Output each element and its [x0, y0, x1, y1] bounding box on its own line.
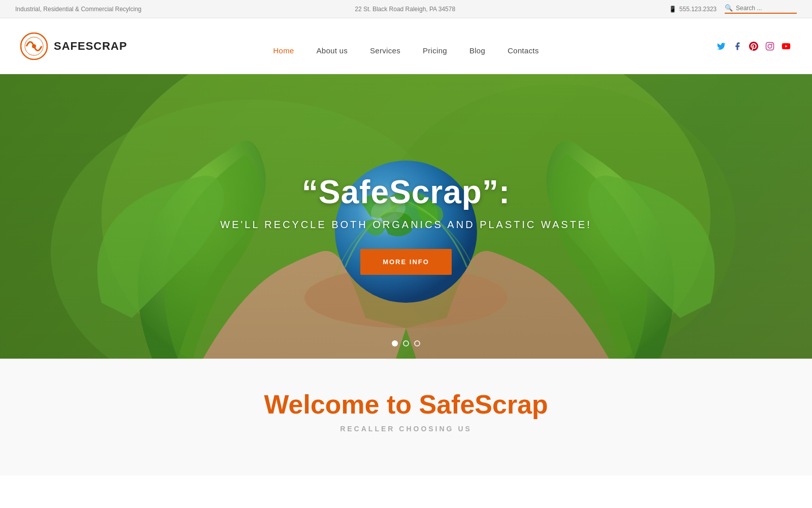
slider-dot-1[interactable]	[392, 340, 398, 346]
phone-icon: 📱	[669, 6, 676, 13]
slider-dot-2[interactable]	[403, 340, 409, 346]
nav-link-blog[interactable]: Blog	[458, 46, 496, 55]
search-bar[interactable]: 🔍	[725, 4, 797, 14]
nav-item-about[interactable]: About us	[305, 46, 359, 55]
logo-text: SAFESCRAP	[54, 40, 127, 53]
nav-link-services[interactable]: Services	[359, 46, 412, 55]
search-input[interactable]	[736, 5, 797, 12]
nav-item-blog[interactable]: Blog	[458, 46, 496, 55]
nav-link-contacts[interactable]: Contacts	[496, 46, 550, 55]
header: SAFESCRAP Home About us Services Pricing…	[0, 18, 812, 74]
nav-item-home[interactable]: Home	[262, 46, 305, 55]
social-icons	[716, 41, 792, 52]
svg-point-4	[768, 44, 772, 48]
address-text: 22 St. Black Road Raleigh, PA 34578	[355, 6, 455, 13]
slider-dot-3[interactable]	[414, 340, 420, 346]
nav-link-about[interactable]: About us	[305, 46, 359, 55]
hero-title: “SafeScrap”:	[302, 173, 510, 211]
slider-dots	[392, 340, 420, 346]
logo-icon	[20, 33, 48, 60]
nav-item-contacts[interactable]: Contacts	[496, 46, 550, 55]
svg-rect-3	[766, 42, 774, 50]
hero-section: “SafeScrap”: WE'LL RECYCLE BOTH ORGANICS…	[0, 74, 812, 359]
nav-list: Home About us Services Pricing Blog Cont…	[262, 46, 550, 55]
welcome-subtitle: RECALLER CHOOSING US	[20, 425, 792, 433]
pinterest-icon[interactable]	[748, 41, 759, 52]
phone-text: 555.123.2323	[680, 6, 717, 13]
svg-point-2	[32, 44, 36, 48]
nav-link-pricing[interactable]: Pricing	[412, 46, 458, 55]
logo-area: SAFESCRAP	[20, 33, 127, 60]
youtube-icon[interactable]	[781, 41, 792, 52]
instagram-icon[interactable]	[764, 41, 775, 52]
hero-content: “SafeScrap”: WE'LL RECYCLE BOTH ORGANICS…	[0, 74, 812, 359]
svg-point-5	[771, 43, 772, 44]
hero-subtitle: WE'LL RECYCLE BOTH ORGANICS AND PLASTIC …	[220, 219, 592, 231]
twitter-icon[interactable]	[716, 41, 727, 52]
top-bar-right: 📱 555.123.2323 🔍	[669, 4, 797, 14]
nav-item-pricing[interactable]: Pricing	[412, 46, 458, 55]
welcome-section: Welcome to SafeScrap RECALLER CHOOSING U…	[0, 359, 812, 475]
search-icon: 🔍	[725, 4, 733, 12]
tagline: Industrial, Residential & Commercial Rec…	[15, 6, 142, 13]
facebook-icon[interactable]	[732, 41, 743, 52]
phone-number: 📱 555.123.2323	[669, 6, 717, 13]
address: 22 St. Black Road Raleigh, PA 34578	[355, 6, 455, 13]
nav-link-home[interactable]: Home	[262, 46, 305, 55]
welcome-title: Welcome to SafeScrap	[20, 389, 792, 420]
nav-item-services[interactable]: Services	[359, 46, 412, 55]
top-bar: Industrial, Residential & Commercial Rec…	[0, 0, 812, 18]
more-info-button[interactable]: MORE INFO	[360, 249, 452, 275]
